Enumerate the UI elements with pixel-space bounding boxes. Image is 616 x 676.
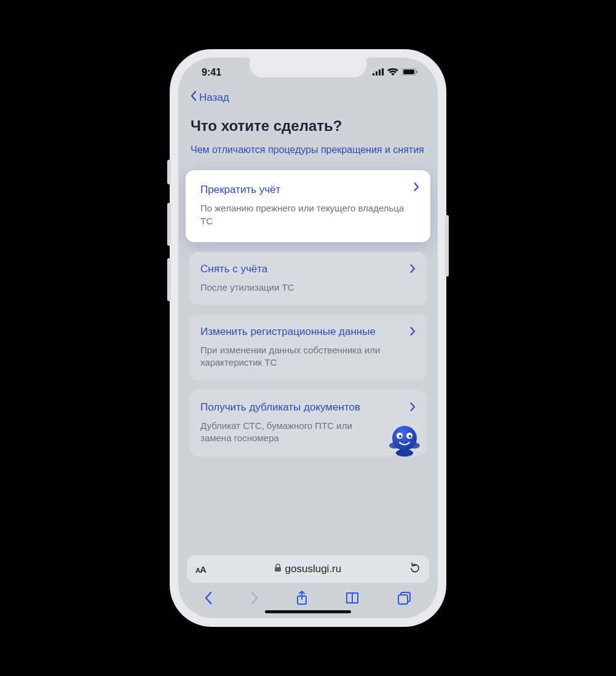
phone-frame: 9:41 Назад Что хотите сделать? Чем о [170, 49, 446, 627]
page-title: Что хотите сделать? [191, 117, 425, 135]
option-get-duplicates[interactable]: Получить дубликаты документов Дубликат С… [189, 390, 427, 456]
option-stop-registration[interactable]: Прекратить учёт По желанию прежнего или … [186, 170, 430, 242]
battery-icon [402, 67, 418, 78]
share-icon[interactable] [296, 590, 308, 608]
option-title: Изменить регистрационные данные [200, 326, 416, 338]
svg-rect-18 [398, 595, 408, 604]
tabs-icon[interactable] [397, 591, 412, 607]
status-time: 9:41 [202, 67, 221, 78]
svg-rect-2 [379, 69, 381, 76]
option-change-data[interactable]: Изменить регистрационные данные При изме… [189, 315, 427, 380]
option-title: Прекратить учёт [200, 184, 416, 196]
assistant-bot-icon[interactable] [387, 421, 422, 459]
svg-point-13 [409, 435, 411, 438]
cellular-icon [373, 67, 384, 78]
info-link[interactable]: Чем отличаются процедуры прекращения и с… [191, 143, 425, 157]
address-bar[interactable]: AA gosuslugi.ru [187, 556, 429, 583]
back-button[interactable]: Назад [178, 87, 438, 110]
side-button [167, 160, 171, 184]
nav-back-icon[interactable] [204, 591, 213, 607]
back-label: Назад [199, 92, 229, 104]
svg-rect-6 [416, 71, 417, 73]
wifi-icon [387, 67, 398, 78]
nav-forward-icon [250, 591, 259, 607]
option-title: Снять с учёта [200, 263, 416, 275]
svg-rect-15 [275, 567, 281, 572]
chevron-right-icon [410, 327, 416, 338]
volume-up-button [167, 203, 171, 246]
chevron-left-icon [191, 91, 197, 104]
svg-rect-3 [382, 68, 384, 76]
svg-point-9 [392, 426, 417, 450]
lock-icon [274, 563, 282, 575]
svg-rect-0 [373, 73, 374, 76]
chevron-right-icon [410, 264, 416, 275]
option-desc: После утилизации ТС [200, 281, 416, 294]
option-desc: Дубликат СТС, бумажного ПТС или замена г… [200, 420, 416, 445]
svg-point-12 [399, 435, 401, 438]
svg-rect-5 [403, 69, 414, 74]
svg-rect-1 [376, 71, 377, 76]
option-desc: При изменении данных собственника или ха… [200, 344, 416, 369]
text-size-icon[interactable]: AA [195, 564, 206, 575]
option-title: Получить дубликаты документов [200, 401, 416, 414]
power-button [445, 215, 449, 277]
home-indicator[interactable] [265, 610, 351, 613]
chevron-right-icon [414, 183, 419, 194]
volume-down-button [167, 258, 171, 301]
option-desc: По желанию прежнего или текущего владель… [200, 202, 416, 227]
reload-icon[interactable] [409, 562, 421, 576]
chevron-right-icon [410, 403, 416, 414]
bookmarks-icon[interactable] [345, 591, 360, 607]
option-remove-registration[interactable]: Снять с учёта После утилизации ТС [189, 252, 427, 305]
address-domain: gosuslugi.ru [285, 563, 342, 575]
svg-point-14 [396, 449, 413, 457]
notch [250, 58, 366, 77]
